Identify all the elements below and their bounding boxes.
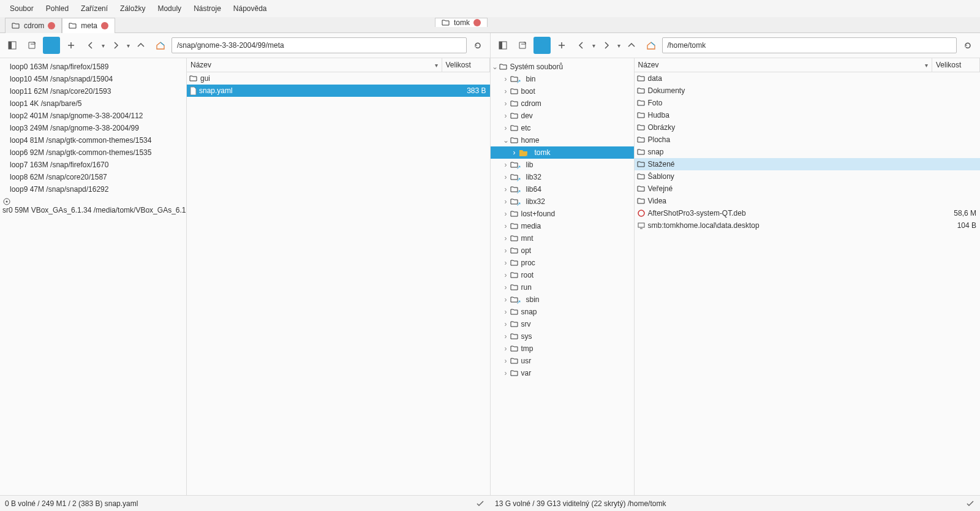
new-button[interactable] — [553, 37, 570, 54]
back-button[interactable] — [82, 37, 99, 54]
panel-toggle-button[interactable] — [494, 37, 511, 54]
file-row[interactable]: snap — [635, 146, 981, 158]
tree-item-boot[interactable]: ›boot — [491, 85, 634, 97]
tree-item-var[interactable]: ›var — [491, 367, 634, 379]
path-input[interactable]: /home/tomk — [662, 37, 957, 53]
tree-arrow-icon[interactable]: › — [502, 332, 510, 341]
tab-meta[interactable]: meta — [62, 18, 115, 33]
device-row[interactable]: loop1 4K /snap/bare/5 — [0, 97, 186, 110]
device-row[interactable]: loop11 62M /snap/core20/1593 — [0, 85, 186, 97]
tree-item-lib64[interactable]: ›↗lib64 — [491, 183, 634, 195]
device-row[interactable]: sr0 59M VBox_GAs_6.1.34 /media/tomk/VBox… — [0, 195, 186, 216]
tree-item-usr[interactable]: ›usr — [491, 355, 634, 367]
forward-menu-arrow[interactable]: ▾ — [617, 42, 620, 49]
tab-tomk[interactable]: tomk — [435, 18, 488, 27]
home-button[interactable] — [152, 37, 169, 54]
back-menu-arrow[interactable]: ▾ — [592, 42, 595, 49]
tree-item-proc[interactable]: ›proc — [491, 257, 634, 269]
tree-item-mnt[interactable]: ›mnt — [491, 232, 634, 244]
device-row[interactable]: loop9 47M /snap/snapd/16292 — [0, 183, 186, 195]
tree-item-dev[interactable]: ›dev — [491, 110, 634, 122]
tree-arrow-icon[interactable]: › — [502, 124, 510, 132]
path-input[interactable]: /snap/gnome-3-38-2004/99/meta — [172, 37, 467, 53]
tree-arrow-icon[interactable]: › — [502, 173, 510, 181]
file-row[interactable]: Šablony — [635, 170, 981, 183]
file-row[interactable]: Dokumenty — [635, 85, 981, 97]
close-icon[interactable] — [473, 19, 481, 26]
device-row[interactable]: loop3 249M /snap/gnome-3-38-2004/99 — [0, 122, 186, 134]
file-row[interactable]: Veřejné — [635, 183, 981, 195]
device-row[interactable]: loop2 401M /snap/gnome-3-38-2004/112 — [0, 110, 186, 122]
file-row[interactable]: Plocha — [635, 134, 981, 146]
tree-arrow-icon[interactable]: › — [510, 148, 519, 157]
tree-arrow-icon[interactable]: › — [502, 295, 510, 304]
close-icon[interactable] — [48, 22, 55, 29]
device-row[interactable]: loop4 81M /snap/gtk-common-themes/1534 — [0, 134, 186, 146]
column-size[interactable]: Velikost — [442, 58, 490, 72]
popout-button[interactable] — [514, 37, 531, 54]
column-name[interactable]: Název▾ — [187, 58, 442, 72]
tree-item-root[interactable]: ›root — [491, 269, 634, 281]
device-row[interactable]: loop7 163M /snap/firefox/1670 — [0, 159, 186, 171]
menu-nápověda[interactable]: Nápověda — [227, 2, 273, 15]
reload-button[interactable] — [959, 37, 976, 54]
back-menu-arrow[interactable]: ▾ — [102, 42, 105, 49]
panel-toggle-button[interactable] — [4, 37, 21, 54]
file-row[interactable]: AfterShotPro3-system-QT.deb58,6 M — [635, 207, 981, 219]
menu-moduly[interactable]: Moduly — [151, 2, 187, 15]
popout-button[interactable] — [23, 37, 40, 54]
tree-arrow-icon[interactable]: › — [502, 75, 510, 83]
tree-item-sbin[interactable]: ›↗sbin — [491, 293, 634, 306]
new-button[interactable] — [62, 37, 80, 54]
tree-item-cdrom[interactable]: ›cdrom — [491, 97, 634, 110]
file-row[interactable]: Videa — [635, 195, 981, 207]
tree-item-media[interactable]: ›media — [491, 220, 634, 232]
column-size[interactable]: Velikost — [932, 58, 980, 72]
tree-arrow-icon[interactable]: › — [502, 222, 510, 230]
file-row[interactable]: gui — [187, 72, 490, 85]
tree-arrow-icon[interactable]: › — [502, 234, 510, 243]
tree-arrow-icon[interactable]: › — [502, 271, 510, 279]
tree-arrow-icon[interactable]: › — [502, 197, 510, 206]
folder-mode-button[interactable] — [43, 37, 60, 54]
file-row[interactable]: Foto — [635, 97, 981, 109]
menu-záložky[interactable]: Záložky — [114, 2, 151, 15]
tree-item-bin[interactable]: ›↗bin — [491, 73, 634, 85]
tree-item-run[interactable]: ›run — [491, 281, 634, 293]
menu-pohled[interactable]: Pohled — [40, 2, 75, 15]
tree-item-libx32[interactable]: ›↗libx32 — [491, 195, 634, 208]
tree-item-snap[interactable]: ›snap — [491, 306, 634, 318]
tree-arrow-icon[interactable]: › — [502, 210, 510, 218]
tree-arrow-icon[interactable]: › — [502, 259, 510, 267]
device-row[interactable]: loop10 45M /snap/snapd/15904 — [0, 73, 186, 85]
file-row[interactable]: smb:tomkhome.local\data.desktop104 B — [635, 219, 981, 232]
tree-item-tomk[interactable]: ›↗tomk — [491, 146, 634, 159]
back-button[interactable] — [573, 37, 590, 54]
tree-root[interactable]: ⌄Systém souborů — [491, 61, 634, 73]
tree-arrow-icon[interactable]: › — [502, 246, 510, 255]
close-icon[interactable] — [101, 22, 108, 29]
home-button[interactable] — [643, 37, 660, 54]
tree-item-lost+found[interactable]: ›lost+found — [491, 208, 634, 220]
chevron-down-icon[interactable]: ⌄ — [491, 62, 499, 71]
reload-button[interactable] — [469, 37, 486, 54]
device-row[interactable]: loop0 163M /snap/firefox/1589 — [0, 61, 186, 73]
folder-mode-button[interactable] — [533, 37, 551, 54]
device-row[interactable]: loop6 92M /snap/gtk-common-themes/1535 — [0, 146, 186, 159]
tree-item-etc[interactable]: ›etc — [491, 122, 634, 134]
tree-arrow-icon[interactable]: › — [502, 161, 510, 169]
tree-arrow-icon[interactable]: › — [502, 283, 510, 292]
tree-arrow-icon[interactable]: › — [502, 185, 510, 194]
forward-button[interactable] — [598, 37, 615, 54]
menu-zařízení[interactable]: Zařízení — [75, 2, 114, 15]
tree-item-tmp[interactable]: ›tmp — [491, 343, 634, 355]
menu-soubor[interactable]: Soubor — [4, 2, 40, 15]
tree-item-lib[interactable]: ›↗lib — [491, 159, 634, 171]
file-row[interactable]: Stažené — [635, 158, 981, 170]
tree-item-srv[interactable]: ›srv — [491, 318, 634, 330]
file-row[interactable]: data — [635, 72, 981, 85]
tree-arrow-icon[interactable]: › — [502, 320, 510, 328]
tree-arrow-icon[interactable]: › — [502, 369, 510, 377]
tree-arrow-icon[interactable]: › — [502, 87, 510, 96]
tree-item-opt[interactable]: ›opt — [491, 244, 634, 257]
